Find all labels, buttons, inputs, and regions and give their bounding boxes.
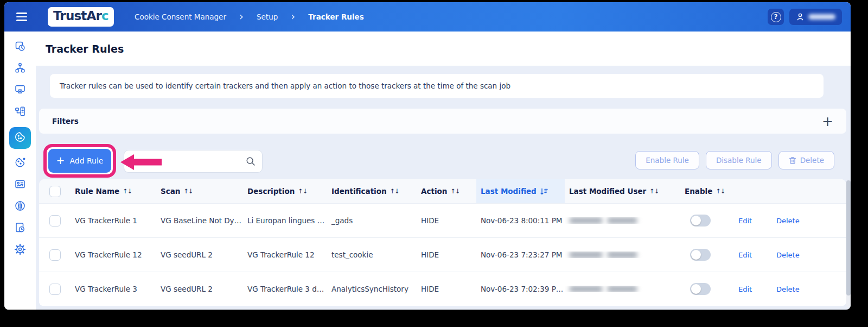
scrollbar-thumb[interactable] — [846, 180, 851, 295]
user-icon — [796, 12, 805, 21]
chevron-right-icon: › — [291, 10, 295, 23]
user-menu-button[interactable] — [789, 9, 842, 25]
media-card-icon — [14, 178, 26, 192]
left-icon-sidebar — [4, 32, 36, 310]
sidebar-item-audit-log[interactable] — [9, 105, 31, 120]
column-header-last-modified-user[interactable]: Last Modified User↑↓ — [565, 187, 676, 196]
sidebar-item-cookie-settings[interactable] — [9, 156, 31, 171]
search-icon — [246, 156, 256, 166]
table-row: VG TrackerRule 3 VG seedURL 2 VG Tracker… — [39, 272, 846, 306]
sort-icon: ↑↓ — [298, 187, 307, 195]
tracker-rules-table: Rule Name↑↓ Scan↑↓ Description↑↓ Identif… — [39, 179, 846, 306]
delete-link[interactable]: Delete — [776, 251, 800, 259]
sitemap-icon — [14, 62, 26, 76]
table-row: VG TrackerRule 1 VG BaseLine Not Dy… Li … — [39, 203, 846, 237]
report-clock-icon — [14, 222, 26, 236]
delete-link[interactable]: Delete — [776, 285, 800, 293]
scan-overview-icon — [14, 40, 26, 54]
annotation-highlight-ring: + Add Rule — [43, 144, 116, 178]
vertical-scrollbar[interactable] — [846, 180, 851, 307]
row-checkbox[interactable] — [49, 284, 61, 295]
description-card: Tracker rules can be used to identify ce… — [50, 74, 824, 98]
delete-button[interactable]: Delete — [778, 151, 834, 169]
sidebar-item-media-library[interactable] — [9, 178, 31, 192]
top-navigation-bar: TrustArc Cookie Consent Manager › Setup … — [4, 2, 851, 32]
column-header-last-modified-sorted[interactable]: Last Modified — [476, 179, 565, 203]
select-all-checkbox[interactable] — [49, 186, 61, 197]
edit-link[interactable]: Edit — [738, 217, 752, 225]
enable-toggle-off[interactable] — [690, 249, 711, 261]
identification-cell: AnalyticsSyncHistory — [327, 285, 417, 293]
add-rule-button[interactable]: + Add Rule — [48, 149, 111, 173]
column-header-identification[interactable]: Identification↑↓ — [327, 187, 417, 196]
page-title: Tracker Rules — [46, 43, 124, 55]
rule-name-cell: VG TrackerRule 12 — [71, 250, 156, 259]
hamburger-menu-icon[interactable] — [16, 12, 27, 21]
sidebar-item-cookie-consent-active[interactable] — [9, 127, 31, 149]
audit-list-icon — [14, 105, 26, 120]
filters-panel[interactable]: Filters + — [39, 109, 846, 134]
sidebar-item-settings[interactable] — [9, 243, 31, 257]
enable-toggle-off[interactable] — [690, 283, 711, 295]
last-modified-cell: Nov-06-23 8:00:11 PM — [476, 216, 565, 225]
page-header: Tracker Rules — [36, 32, 851, 66]
annotation-arrow-icon — [120, 153, 162, 171]
column-header-description[interactable]: Description↑↓ — [243, 187, 327, 196]
breadcrumb-cookie-consent-manager[interactable]: Cookie Consent Manager — [135, 12, 226, 21]
sidebar-item-sitemap[interactable] — [9, 62, 31, 76]
user-name-redacted — [808, 14, 835, 20]
scan-cell: VG BaseLine Not Dy… — [156, 216, 243, 225]
logo-text-teal: c — [101, 9, 108, 23]
table-header-row: Rule Name↑↓ Scan↑↓ Description↑↓ Identif… — [39, 179, 846, 203]
last-modified-user-cell — [565, 217, 676, 224]
redacted-user-name — [569, 217, 676, 224]
app-window: TrustArc Cookie Consent Manager › Setup … — [4, 2, 851, 310]
enable-rule-label: Enable Rule — [646, 156, 689, 165]
brain-icon — [14, 200, 26, 214]
description-text: Tracker rules can be used to identify ce… — [60, 81, 510, 90]
column-header-enable[interactable]: Enable↑↓ — [676, 187, 734, 196]
plus-icon: + — [56, 154, 65, 166]
action-cell: HIDE — [417, 250, 476, 259]
table-row: VG TrackerRule 12 VG seedURL 2 VG Tracke… — [39, 237, 846, 272]
breadcrumb: Cookie Consent Manager › Setup › Tracker… — [135, 11, 364, 23]
enable-toggle-off[interactable] — [690, 215, 711, 227]
trustarc-logo[interactable]: TrustArc — [48, 7, 114, 27]
sort-icon: ↑↓ — [450, 187, 459, 195]
breadcrumb-setup[interactable]: Setup — [257, 12, 278, 21]
last-modified-user-cell — [565, 251, 676, 258]
action-cell: HIDE — [417, 285, 476, 293]
sort-icon: ↑↓ — [123, 187, 132, 195]
gear-icon — [14, 243, 26, 257]
add-rule-label: Add Rule — [69, 156, 103, 165]
help-button[interactable]: ? — [768, 9, 784, 25]
topbar-actions: ? — [768, 9, 842, 25]
main-content: Tracker Rules Tracker rules can be used … — [36, 32, 851, 310]
disable-rule-label: Disable Rule — [716, 156, 762, 165]
expand-filters-icon[interactable]: + — [822, 115, 833, 128]
row-checkbox[interactable] — [49, 215, 61, 227]
sort-descending-icon — [540, 188, 548, 195]
scan-cell: VG seedURL 2 — [156, 250, 243, 259]
edit-link[interactable]: Edit — [738, 285, 752, 293]
disable-rule-button[interactable]: Disable Rule — [706, 151, 772, 169]
row-checkbox[interactable] — [49, 249, 61, 261]
action-cell: HIDE — [417, 216, 476, 225]
edit-link[interactable]: Edit — [738, 251, 752, 259]
sidebar-item-ai-governance[interactable] — [9, 200, 31, 214]
sort-icon: ↑↓ — [390, 187, 399, 195]
sidebar-item-scan-reports[interactable] — [9, 222, 31, 236]
bulk-actions: Enable Rule Disable Rule Delete — [635, 151, 834, 169]
enable-rule-button[interactable]: Enable Rule — [635, 151, 699, 169]
sidebar-item-scan-overview[interactable] — [9, 40, 31, 54]
description-cell: VG TrackerRule 3 d… — [243, 285, 327, 293]
sort-icon: ↑↓ — [183, 187, 193, 195]
table-toolbar: + Add Rule Enable Rule Disable Rule — [36, 134, 851, 179]
sidebar-item-screen-scan[interactable] — [9, 84, 31, 98]
column-header-rule-name[interactable]: Rule Name↑↓ — [71, 187, 156, 196]
column-header-action[interactable]: Action↑↓ — [417, 187, 476, 196]
column-header-scan[interactable]: Scan↑↓ — [156, 187, 243, 196]
filters-label: Filters — [52, 117, 79, 125]
delete-link[interactable]: Delete — [776, 217, 800, 225]
chevron-right-icon: › — [239, 10, 244, 23]
